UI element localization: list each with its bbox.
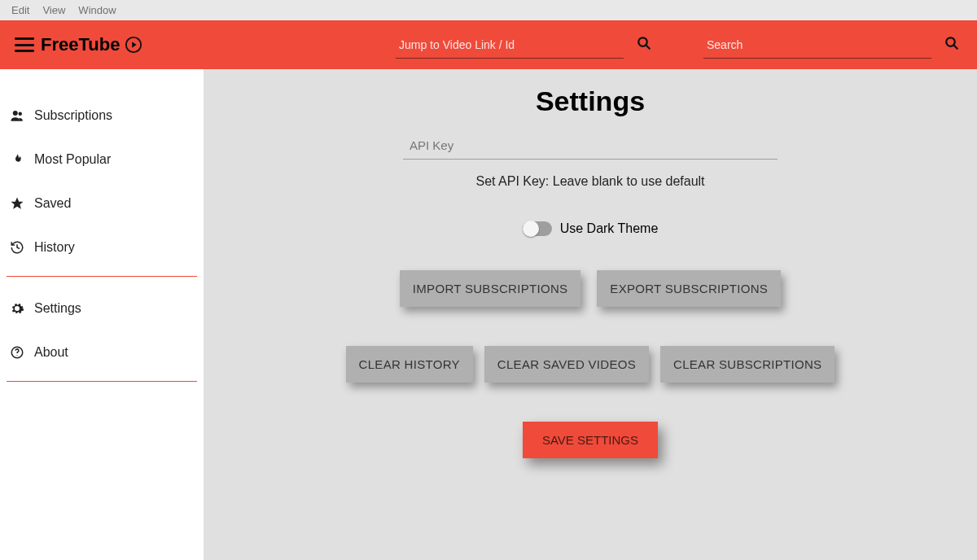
import-subscriptions-button[interactable]: IMPORT SUBSCRIPTIONS — [400, 270, 581, 307]
star-icon — [8, 196, 26, 211]
sidebar-item-saved[interactable]: Saved — [0, 182, 204, 225]
window-menubar: Edit View Window — [0, 0, 977, 20]
clear-history-button[interactable]: CLEAR HISTORY — [346, 346, 473, 383]
divider — [7, 276, 197, 277]
page-title: Settings — [536, 85, 645, 117]
menubar-item-window[interactable]: Window — [72, 4, 122, 16]
sidebar-item-about[interactable]: About — [0, 330, 204, 374]
api-key-input[interactable] — [403, 132, 778, 160]
svg-line-5 — [953, 45, 957, 49]
brand: FreeTube — [41, 34, 142, 55]
sidebar: Subscriptions Most Popular Saved — [0, 69, 204, 560]
search-button[interactable] — [941, 33, 962, 54]
sidebar-item-subscriptions[interactable]: Subscriptions — [0, 94, 204, 138]
question-circle-icon — [8, 345, 26, 360]
sidebar-item-label: Saved — [34, 196, 71, 211]
svg-marker-8 — [11, 198, 24, 209]
sidebar-item-label: History — [34, 240, 75, 255]
menubar-item-view[interactable]: View — [36, 4, 72, 16]
sidebar-item-settings[interactable]: Settings — [0, 287, 204, 330]
menubar-item-edit[interactable]: Edit — [5, 4, 36, 16]
svg-point-6 — [13, 111, 18, 116]
jump-search — [396, 32, 655, 59]
divider — [7, 381, 197, 382]
sidebar-item-label: About — [34, 345, 68, 360]
clear-saved-videos-button[interactable]: CLEAR SAVED VIDEOS — [484, 346, 649, 383]
dark-theme-label: Use Dark Theme — [560, 221, 659, 236]
search-icon — [944, 36, 959, 50]
fire-icon — [8, 152, 26, 167]
save-settings-button[interactable]: SAVE SETTINGS — [523, 422, 658, 458]
topbar: FreeTube — [0, 20, 977, 69]
jump-search-button[interactable] — [633, 33, 655, 54]
main-search — [703, 32, 962, 59]
gear-icon — [8, 301, 26, 316]
api-key-hint: Set API Key: Leave blank to use default — [475, 174, 704, 189]
svg-point-7 — [19, 112, 23, 116]
clear-subscriptions-button[interactable]: CLEAR SUBSCRIPTIONS — [660, 346, 835, 383]
sidebar-item-label: Settings — [34, 301, 81, 316]
brand-text: FreeTube — [41, 34, 120, 55]
search-icon — [637, 36, 651, 50]
svg-point-10 — [16, 355, 17, 356]
sidebar-item-history[interactable]: History — [0, 225, 204, 269]
settings-panel: Settings Set API Key: Leave blank to use… — [204, 69, 977, 560]
sidebar-item-most-popular[interactable]: Most Popular — [0, 138, 204, 182]
dark-theme-toggle[interactable] — [523, 221, 552, 236]
export-subscriptions-button[interactable]: EXPORT SUBSCRIPTIONS — [597, 270, 781, 307]
search-input[interactable] — [703, 32, 931, 59]
svg-marker-1 — [133, 42, 138, 47]
sidebar-item-label: Most Popular — [34, 152, 111, 167]
menu-icon[interactable] — [15, 37, 34, 52]
sidebar-item-label: Subscriptions — [34, 108, 112, 123]
play-circle-icon — [125, 36, 142, 54]
users-icon — [8, 108, 26, 123]
svg-line-3 — [646, 45, 650, 49]
jump-input[interactable] — [396, 32, 624, 59]
history-icon — [8, 240, 26, 255]
